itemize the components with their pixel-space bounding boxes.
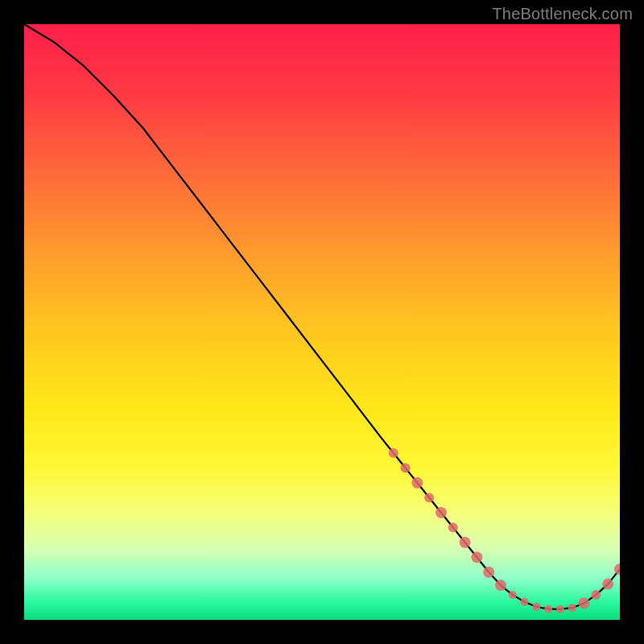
plot-area xyxy=(24,24,620,620)
chart-frame: TheBottleneck.com xyxy=(0,0,644,644)
watermark-label: TheBottleneck.com xyxy=(492,5,633,23)
